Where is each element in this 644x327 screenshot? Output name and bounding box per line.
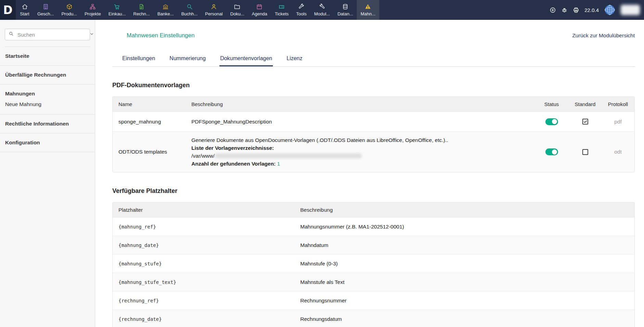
protocol-value: odt: [602, 149, 634, 155]
search-box[interactable]: [5, 29, 90, 40]
pdf-templates-heading: PDF-Dokumentenvorlagen: [112, 82, 635, 89]
search-icon: [9, 31, 14, 38]
placeholders-table-header: Platzhalter Beschreibung: [113, 202, 634, 217]
page-layout: Startseite Überfällige Rechnungen Mahnun…: [0, 20, 644, 327]
template-description: PDFSponge_MahnungDescription: [191, 119, 534, 125]
standard-checkbox-checked[interactable]: [582, 119, 588, 125]
column-header-standard: Standard: [569, 101, 602, 107]
bug-icon[interactable]: [561, 7, 568, 13]
bank-icon: [162, 3, 169, 10]
shopping-cart-icon: [114, 3, 120, 10]
tab-einstellungen[interactable]: Einstellungen: [122, 51, 156, 66]
search-input[interactable]: [17, 31, 86, 38]
accounting-search-icon: [186, 3, 193, 10]
nav-item-rechnungen[interactable]: Rechn...: [129, 0, 153, 20]
table-row: {mahnung_stufe} Mahnstufe (0-3): [113, 254, 634, 273]
template-count-value: 1: [277, 161, 280, 167]
nav-item-module[interactable]: Modul...: [310, 0, 333, 20]
table-row: sponge_mahnung PDFSponge_MahnungDescript…: [113, 112, 634, 131]
template-directory-path: /var/www/: [191, 152, 530, 160]
user-avatar-globe-icon[interactable]: [604, 4, 616, 16]
placeholder-key: {rechnung_ref}: [113, 298, 300, 303]
sidebar-item-startseite[interactable]: Startseite: [0, 49, 95, 63]
template-count-line: Anzahl der gefundenen Vorlagen: 1: [191, 160, 530, 168]
sidebar-item-rechtliche-informationen[interactable]: Rechtliche Informationen: [0, 117, 95, 131]
template-description: Generiere Dokumente aus OpenDocument-Vor…: [191, 136, 534, 168]
navbar-right-cluster: 22.0.4: [550, 0, 644, 20]
main-content: Mahnwesen Einstellungen Zurück zur Modul…: [95, 20, 644, 327]
product-cube-icon: [66, 3, 73, 10]
home-icon: [22, 3, 28, 10]
nav-item-dokumente[interactable]: Doku...: [226, 0, 248, 20]
nav-item-banken[interactable]: Banke...: [154, 0, 178, 20]
redacted-path: [215, 153, 362, 158]
status-toggle-on[interactable]: [545, 118, 558, 125]
tab-nummerierung[interactable]: Nummerierung: [169, 51, 206, 66]
wrench-icon: [319, 3, 325, 10]
sidebar-item-ueberfaellige-rechnungen[interactable]: Überfällige Rechnungen: [0, 68, 95, 82]
top-navbar: D Start Gesch... Produ... Projekte Einka…: [0, 0, 644, 20]
table-row: {rechnung_date} Rechnungsdatum: [113, 310, 634, 327]
sidebar-item-neue-mahnung[interactable]: Neue Mahnung: [0, 101, 95, 112]
protocol-value: pdf: [602, 119, 634, 125]
left-sidebar: Startseite Überfällige Rechnungen Mahnun…: [0, 20, 95, 327]
nav-item-tickets[interactable]: Tickets: [271, 0, 292, 20]
nav-item-geschaeftspartner[interactable]: Gesch...: [34, 0, 58, 20]
placeholder-desc: Rechnungsdatum: [300, 316, 634, 322]
placeholder-desc: Rechnungsnummer: [300, 298, 634, 304]
settings-tabs: Einstellungen Nummerierung Dokumentenvor…: [112, 51, 635, 67]
description-line: Generiere Dokumente aus OpenDocument-Vor…: [191, 136, 530, 144]
tab-dokumentenvorlagen[interactable]: Dokumentenvorlagen: [219, 51, 273, 66]
template-name: sponge_mahnung: [113, 119, 191, 125]
nav-item-personal[interactable]: Personal: [201, 0, 226, 20]
sidebar-group: Überfällige Rechnungen: [0, 66, 95, 84]
sidebar-group: Startseite: [0, 47, 95, 66]
pdf-templates-table: Name Beschreibung Status Standard Protok…: [112, 96, 635, 172]
version-label: 22.0.4: [584, 7, 599, 13]
table-row: {mahnung_date} Mahndatum: [113, 236, 634, 254]
print-icon[interactable]: [573, 7, 579, 13]
placeholder-desc: Mahnstufe als Text: [300, 279, 634, 285]
nav-item-tools[interactable]: Tools: [292, 0, 310, 20]
column-header-beschreibung: Beschreibung: [300, 207, 634, 213]
status-toggle-on[interactable]: [545, 148, 558, 155]
invoice-icon: [138, 3, 145, 10]
nav-item-buchhaltung[interactable]: Buchh...: [177, 0, 201, 20]
placeholder-desc: Mahnungsnummer (z.B. MA1-202512-0001): [300, 224, 634, 230]
nav-item-start[interactable]: Start: [16, 0, 34, 20]
nav-item-datenbank[interactable]: Datan...: [334, 0, 357, 20]
nav-item-einkauf[interactable]: Einkau...: [105, 0, 130, 20]
user-name-redacted: [621, 5, 640, 15]
building-icon: [42, 3, 49, 10]
placeholder-key: {mahnung_stufe_text}: [113, 279, 300, 285]
sidebar-item-mahnungen[interactable]: Mahnungen: [0, 87, 95, 101]
nav-item-agenda[interactable]: Agenda: [248, 0, 271, 20]
back-to-modules-link[interactable]: Zurück zur Modulübersicht: [572, 32, 635, 39]
app-logo[interactable]: D: [0, 0, 16, 20]
nav-item-projekte[interactable]: Projekte: [81, 0, 105, 20]
column-header-name: Name: [113, 101, 191, 107]
sidebar-group: Konfiguration: [0, 133, 95, 152]
database-icon: [342, 3, 349, 10]
placeholder-key: {mahnung_date}: [113, 243, 300, 248]
placeholders-heading: Verfügbare Platzhalter: [112, 187, 635, 195]
tab-lizenz[interactable]: Lizenz: [286, 51, 303, 66]
sidebar-search-section: [5, 29, 90, 47]
sidebar-item-konfiguration[interactable]: Konfiguration: [0, 136, 95, 149]
page-header: Mahnwesen Einstellungen Zurück zur Modul…: [112, 32, 635, 39]
standard-checkbox-unchecked[interactable]: [582, 149, 588, 155]
calendar-icon: [256, 3, 263, 10]
chevron-down-icon[interactable]: [89, 31, 94, 38]
nav-item-mahnwesen[interactable]: Mahn...: [357, 0, 379, 20]
page-title: Mahnwesen Einstellungen: [127, 32, 194, 39]
sidebar-group: Rechtliche Informationen: [0, 115, 95, 133]
ticket-icon: [278, 3, 285, 10]
nav-item-produkte[interactable]: Produ...: [58, 0, 81, 20]
table-row: {mahnung_stufe_text} Mahnstufe als Text: [113, 273, 634, 291]
description-line-bold: Liste der Vorlagenverzeichnisse:: [191, 144, 530, 152]
warning-triangle-icon: [365, 3, 371, 10]
template-name: ODT/ODS templates: [113, 149, 191, 155]
sidebar-group: Mahnungen Neue Mahnung: [0, 84, 95, 115]
module-menu: Start Gesch... Produ... Projekte Einkau.…: [16, 0, 379, 20]
quick-add-icon[interactable]: [550, 7, 556, 13]
